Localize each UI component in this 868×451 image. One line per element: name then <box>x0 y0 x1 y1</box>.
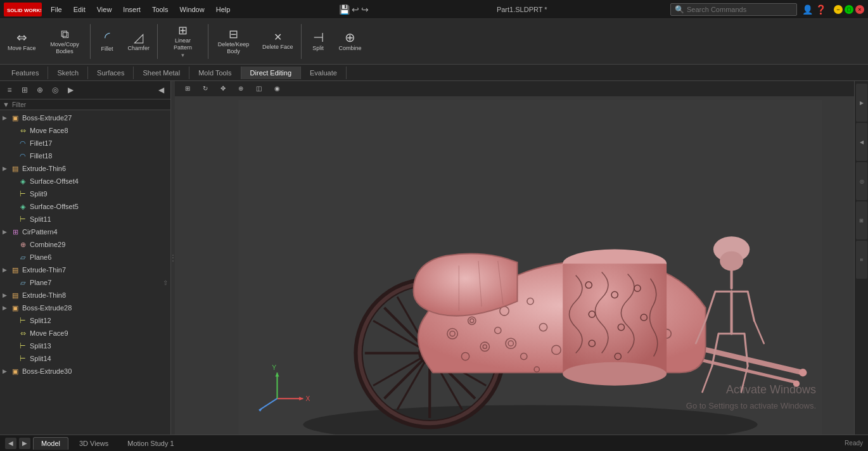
tree-item-boss-extrude30[interactable]: ▶ ▣ Boss-Extrude30 <box>0 365 170 378</box>
move-face-icon: ⇔ <box>16 31 27 44</box>
tree-item-split11[interactable]: ⊢ Split11 <box>0 213 170 226</box>
tree-item-label: Split9 <box>30 190 48 198</box>
right-panel-btn-5[interactable]: ≡ <box>856 241 867 279</box>
status-nav-left[interactable]: ◀ <box>5 438 16 449</box>
tree-item-extrude-thin8[interactable]: ▶ ▤ Extrude-Thin8 <box>0 289 170 302</box>
quick-save-icon[interactable]: 💾 <box>339 4 350 15</box>
tree-item-split9[interactable]: ⊢ Split9 <box>0 187 170 200</box>
user-icon[interactable]: 👤 <box>802 4 813 15</box>
tree-item-surface-offset4[interactable]: ◈ Surface-Offset4 <box>0 175 170 187</box>
view-tab-rotate[interactable]: ↻ <box>198 84 213 94</box>
tree-item-extrude-thin7[interactable]: ▶ ▤ Extrude-Thin7 <box>0 264 170 276</box>
minimize-button[interactable]: − <box>834 5 843 14</box>
sidebar-tree[interactable]: ▶ ▣ Boss-Extrude27 ⇔ Move Face8 ◠ Fillet… <box>0 110 170 435</box>
tree-item-surface-offset5[interactable]: ◈ Surface-Offset5 <box>0 200 170 213</box>
menu-help[interactable]: Help <box>211 4 236 15</box>
menu-window[interactable]: Window <box>175 4 210 15</box>
expand-arrow[interactable]: ▶ <box>3 165 10 172</box>
maximize-button[interactable]: □ <box>845 5 853 14</box>
right-panel-btn-4[interactable]: ⊞ <box>856 201 867 239</box>
combine-label: Combine <box>339 45 362 52</box>
tree-item-label: Plane6 <box>30 253 51 261</box>
move-face-button[interactable]: ⇔ Move Face <box>3 19 41 64</box>
linear-pattern-button[interactable]: ⊞ Linear Pattern ▼ <box>160 19 205 64</box>
menu-edit[interactable]: Edit <box>68 4 91 15</box>
tree-item-combine29[interactable]: ⊕ Combine29 <box>0 238 170 251</box>
sidebar-collapse-btn[interactable]: ◀ <box>154 83 168 97</box>
tab-features[interactable]: Features <box>3 67 48 79</box>
right-panel-btn-2[interactable]: ◀ <box>856 123 867 161</box>
search-box[interactable]: 🔍 <box>670 3 797 16</box>
status-nav-right[interactable]: ▶ <box>19 438 30 449</box>
plane-icon: ▱ <box>18 277 28 288</box>
tree-item-boss-extrude27[interactable]: ▶ ▣ Boss-Extrude27 <box>0 111 170 124</box>
tree-item-plane6[interactable]: ▱ Plane6 <box>0 251 170 264</box>
status-tab-model[interactable]: Model <box>33 437 68 450</box>
sidebar-feature-btn[interactable]: ⊕ <box>33 83 47 97</box>
right-panel-btn-3[interactable]: ◎ <box>856 162 867 200</box>
tree-item-split13[interactable]: ⊢ Split13 <box>0 340 170 352</box>
right-panel: ▶ ◀ ◎ ⊞ ≡ <box>854 81 868 435</box>
tree-item-fillet18[interactable]: ◠ Fillet18 <box>0 149 170 162</box>
redo-icon[interactable]: ↪ <box>361 4 369 15</box>
sidebar-config-btn[interactable]: ⊞ <box>18 83 32 97</box>
view-tab-item[interactable]: ⊞ <box>180 84 195 94</box>
expand-arrow[interactable]: ▶ <box>3 305 10 311</box>
chamfer-button[interactable]: ◿ Chamfer <box>123 19 155 64</box>
status-message: Ready <box>845 440 863 447</box>
tree-item-label: Move Face8 <box>30 127 68 134</box>
tree-item-boss-extrude28[interactable]: ▶ ▣ Boss-Extrude28 <box>0 302 170 314</box>
tree-item-label: Split13 <box>30 342 51 350</box>
menu-insert[interactable]: Insert <box>118 4 146 15</box>
combine-button[interactable]: ⊕ Combine <box>334 19 367 64</box>
tab-direct-editing[interactable]: Direct Editing <box>241 67 301 79</box>
right-panel-btn-1[interactable]: ▶ <box>856 84 867 122</box>
tree-item-fillet17[interactable]: ◠ Fillet17 <box>0 137 170 149</box>
expand-arrow[interactable]: ▶ <box>3 267 10 273</box>
undo-icon[interactable]: ↩ <box>352 4 359 15</box>
tree-item-move-face8[interactable]: ⇔ Move Face8 <box>0 124 170 137</box>
boss-extrude-icon: ▣ <box>10 113 20 123</box>
tree-item-extrude-thin6[interactable]: ▶ ▤ Extrude-Thin6 <box>0 162 170 175</box>
status-tab-motion-study[interactable]: Motion Study 1 <box>119 437 182 450</box>
tab-sketch[interactable]: Sketch <box>48 67 88 79</box>
menu-tools[interactable]: Tools <box>147 4 174 15</box>
close-button[interactable]: × <box>855 5 864 14</box>
expand-arrow[interactable]: ▶ <box>3 115 10 121</box>
tree-item-split12[interactable]: ⊢ Split12 <box>0 314 170 327</box>
tree-item-label: Split11 <box>30 215 51 223</box>
view-tab-zoom[interactable]: ⊕ <box>233 84 248 94</box>
search-input[interactable] <box>687 6 782 13</box>
view-tab-display[interactable]: ◉ <box>269 84 285 94</box>
tree-item-cir-pattern4[interactable]: ▶ ⊞ CirPattern4 <box>0 226 170 238</box>
view-tab-pan[interactable]: ✥ <box>215 84 231 94</box>
tree-item-split14[interactable]: ⊢ Split14 <box>0 352 170 365</box>
fillet-button[interactable]: ◜ Fillet <box>93 19 122 64</box>
tab-surfaces[interactable]: Surfaces <box>88 67 134 79</box>
delete-face-button[interactable]: ✕ Delete Face <box>257 19 298 64</box>
tree-item-label: Extrude-Thin7 <box>22 266 66 274</box>
tab-mold-tools[interactable]: Mold Tools <box>189 67 241 79</box>
tree-item-plane7[interactable]: ▱ Plane7 ⇧ <box>0 276 170 289</box>
move-copy-bodies-button[interactable]: ⧉ Move/Copy Bodies <box>42 19 87 64</box>
expand-arrow[interactable]: ▶ <box>3 292 10 298</box>
sidebar-display-btn[interactable]: ◎ <box>48 83 62 97</box>
status-tab-3dviews[interactable]: 3D Views <box>71 437 117 450</box>
tab-sheet-metal[interactable]: Sheet Metal <box>134 67 189 79</box>
help-icon[interactable]: ❓ <box>815 4 826 15</box>
split-icon: ⊢ <box>18 189 28 199</box>
tree-item-move-face9[interactable]: ⇔ Move Face9 <box>0 327 170 340</box>
canvas-area[interactable]: ⊞ ↻ ✥ ⊕ ◫ ◉ <box>175 81 854 435</box>
tab-evaluate[interactable]: Evaluate <box>301 67 347 79</box>
view-tab-section[interactable]: ◫ <box>251 84 267 94</box>
menu-view[interactable]: View <box>92 4 117 15</box>
menu-file[interactable]: File <box>46 4 67 15</box>
expand-arrow[interactable]: ▶ <box>3 229 10 235</box>
sidebar-motion-btn[interactable]: ▶ <box>63 83 77 97</box>
delete-keep-body-button[interactable]: ⊟ Delete/Keep Body <box>211 19 256 64</box>
svg-point-7 <box>799 369 807 376</box>
toolbar: ⇔ Move Face ⧉ Move/Copy Bodies ◜ Fillet … <box>0 19 868 65</box>
sidebar-properties-btn[interactable]: ≡ <box>3 83 16 97</box>
split-button[interactable]: ⊣ Split <box>304 19 333 64</box>
expand-arrow[interactable]: ▶ <box>3 368 10 374</box>
